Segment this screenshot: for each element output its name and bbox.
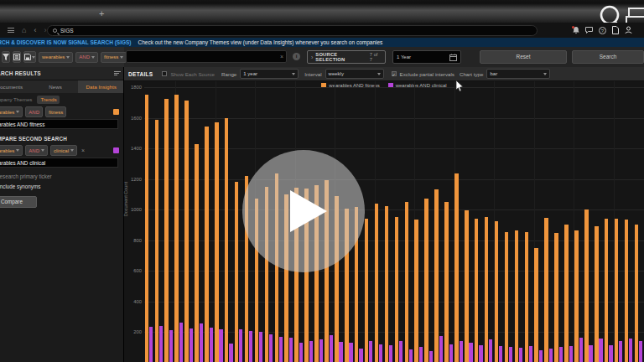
- bar-clinical-week12[interactable]: [259, 332, 262, 362]
- pill-wearables-2[interactable]: wearables: [0, 145, 23, 156]
- bar-fitness-week28[interactable]: [414, 220, 418, 362]
- saved-list-icon[interactable]: [13, 51, 21, 63]
- tab-data-insights[interactable]: Data Insights: [78, 80, 124, 93]
- forward-icon[interactable]: ›: [44, 27, 46, 34]
- bar-clinical-week34[interactable]: [479, 345, 482, 362]
- bar-fitness-week38[interactable]: [515, 230, 519, 362]
- bar-clinical-week44[interactable]: [579, 338, 583, 362]
- plot-area[interactable]: [144, 81, 644, 362]
- bar-fitness-week7[interactable]: [205, 127, 209, 362]
- second-search-input[interactable]: [0, 158, 118, 168]
- bar-clinical-week37[interactable]: [509, 347, 512, 362]
- bar-fitness-week8[interactable]: [215, 122, 219, 362]
- pill-fitness[interactable]: fitness: [45, 106, 66, 117]
- bar-clinical-week48[interactable]: [619, 341, 622, 362]
- pill-clinical[interactable]: clinical: [50, 145, 77, 156]
- bar-fitness-week45[interactable]: [584, 209, 589, 362]
- bar-clinical-week40[interactable]: [539, 350, 543, 362]
- query-pill-and[interactable]: AND: [75, 52, 98, 63]
- bar-fitness-week31[interactable]: [444, 202, 449, 362]
- bar-clinical-week8[interactable]: [219, 329, 222, 362]
- bar-fitness-week33[interactable]: [465, 210, 469, 362]
- chart-type-dropdown[interactable]: bar: [486, 69, 550, 79]
- bar-clinical-week36[interactable]: [499, 346, 502, 362]
- bar-fitness-week10[interactable]: [235, 182, 239, 362]
- bar-clinical-week42[interactable]: [559, 347, 563, 362]
- bar-fitness-week3[interactable]: [164, 99, 169, 362]
- bar-clinical-week28[interactable]: [419, 347, 423, 362]
- compare-button[interactable]: Compare: [0, 196, 37, 208]
- filter-icon[interactable]: [2, 51, 10, 63]
- bar-fitness-week36[interactable]: [495, 221, 499, 362]
- bar-fitness-week5[interactable]: [184, 101, 189, 362]
- bar-fitness-week35[interactable]: [485, 217, 489, 362]
- pill-and-2[interactable]: AND: [25, 145, 48, 156]
- bar-fitness-week29[interactable]: [424, 199, 428, 362]
- bar-fitness-week43[interactable]: [564, 225, 569, 362]
- bar-clinical-week41[interactable]: [549, 349, 553, 362]
- bar-clinical-week45[interactable]: [589, 345, 592, 362]
- bar-fitness-week48[interactable]: [615, 219, 619, 362]
- bar-fitness-week9[interactable]: [225, 118, 229, 362]
- query-pill-fitness[interactable]: fitness: [101, 52, 127, 63]
- bar-fitness-week2[interactable]: [155, 120, 159, 362]
- bar-fitness-week47[interactable]: [605, 219, 609, 362]
- bar-clinical-week24[interactable]: [379, 344, 382, 362]
- bar-clinical-week39[interactable]: [529, 346, 532, 362]
- address-bar[interactable]: SIGS: [47, 25, 538, 36]
- info-icon[interactable]: i: [293, 53, 300, 60]
- bar-clinical-week31[interactable]: [449, 344, 453, 362]
- page-icon[interactable]: [612, 26, 619, 34]
- bar-fitness-week32[interactable]: [454, 173, 459, 362]
- tab-documents[interactable]: Documents: [0, 80, 33, 93]
- bar-fitness-week49[interactable]: [625, 220, 629, 362]
- bar-clinical-week38[interactable]: [519, 348, 522, 362]
- bar-fitness-week1[interactable]: [145, 95, 149, 362]
- bar-fitness-week44[interactable]: [574, 230, 579, 362]
- bar-clinical-week47[interactable]: [609, 345, 612, 362]
- exclude-partial-checkbox[interactable]: ✓: [392, 71, 397, 76]
- bar-clinical-week20[interactable]: [339, 342, 342, 362]
- source-selection-button[interactable]: › SOURCE SELECTION 7 of 7: [307, 50, 386, 64]
- bar-clinical-week29[interactable]: [429, 351, 433, 362]
- bar-fitness-week40[interactable]: [534, 248, 538, 362]
- bar-fitness-week26[interactable]: [395, 217, 399, 362]
- bar-clinical-week13[interactable]: [269, 334, 273, 362]
- bar-clinical-week22[interactable]: [359, 349, 362, 362]
- bar-clinical-week17[interactable]: [309, 341, 313, 362]
- bar-clinical-week16[interactable]: [299, 343, 303, 362]
- bar-clinical-week43[interactable]: [569, 346, 573, 362]
- bar-clinical-week4[interactable]: [179, 323, 183, 362]
- bar-fitness-week50[interactable]: [635, 225, 639, 362]
- pill-and[interactable]: AND: [25, 106, 43, 117]
- bar-clinical-week26[interactable]: [399, 341, 402, 362]
- bar-fitness-week23[interactable]: [365, 219, 369, 362]
- subtab-company-themes[interactable]: Company Themes: [0, 96, 32, 102]
- banner-highlight-link[interactable]: SEARCH & DISCOVER IS NOW SIGNAL SEARCH (…: [0, 39, 132, 45]
- video-play-overlay[interactable]: [242, 150, 365, 272]
- bar-clinical-week25[interactable]: [389, 345, 392, 362]
- bar-fitness-week24[interactable]: [375, 204, 379, 362]
- new-tab-button[interactable]: +: [99, 8, 104, 18]
- range-dropdown[interactable]: 1 year: [240, 69, 299, 79]
- remove-second-search-icon[interactable]: ×: [81, 147, 85, 153]
- bar-clinical-week14[interactable]: [279, 337, 283, 362]
- sort-icon[interactable]: [114, 70, 121, 76]
- save-search-button[interactable]: [23, 51, 36, 63]
- bar-clinical-week10[interactable]: [239, 329, 242, 362]
- bar-clinical-week30[interactable]: [439, 336, 443, 362]
- bar-clinical-week7[interactable]: [210, 328, 213, 362]
- bar-fitness-week42[interactable]: [554, 233, 558, 362]
- menu-icon[interactable]: [8, 27, 14, 34]
- bar-clinical-week23[interactable]: [369, 341, 372, 362]
- notifications-bell-icon[interactable]: [573, 27, 579, 34]
- bar-fitness-week27[interactable]: [405, 202, 409, 362]
- help-icon[interactable]: ?: [599, 27, 606, 34]
- bar-clinical-week15[interactable]: [289, 338, 293, 362]
- bar-clinical-week3[interactable]: [169, 330, 173, 362]
- bar-clinical-week49[interactable]: [629, 339, 632, 362]
- bar-clinical-week33[interactable]: [469, 343, 472, 362]
- bar-clinical-week6[interactable]: [200, 323, 203, 362]
- bar-clinical-week27[interactable]: [409, 349, 413, 362]
- bar-fitness-week30[interactable]: [434, 189, 439, 362]
